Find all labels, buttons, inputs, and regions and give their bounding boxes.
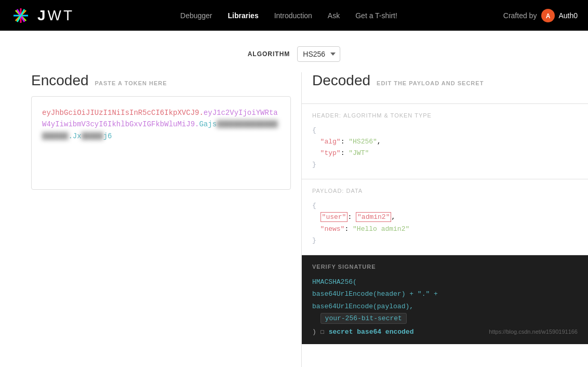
- jwt-logo-icon: [10, 5, 31, 26]
- header-code[interactable]: { "alg": "HS256", "typ": "JWT" }: [312, 125, 578, 171]
- token-sig-end-blurred: █████: [82, 132, 103, 140]
- payload-label: PAYLOAD: DATA: [312, 188, 578, 194]
- alg-key: "alg": [320, 138, 341, 146]
- crafted-by-label: Crafted by: [503, 11, 537, 20]
- header-label: HEADER: ALGORITHM & TOKEN TYPE: [312, 112, 578, 119]
- algorithm-select[interactable]: HS256 HS384 HS512 RS256 RS384 RS512: [297, 46, 340, 62]
- user-key-highlighted: "user": [320, 212, 348, 222]
- algorithm-label: ALGORITHM: [248, 50, 290, 58]
- news-value: "Hello admin2": [353, 225, 409, 233]
- main-content: Encoded PASTE A TOKEN HERE eyJhbGciOiJIU…: [0, 72, 588, 367]
- close-brace-1: }: [312, 161, 316, 168]
- nav-introduction[interactable]: Introduction: [274, 11, 312, 20]
- verify-line2: base64UrlEncode(header) + "." +: [312, 290, 438, 298]
- token-sig-start: Gajs: [199, 120, 217, 128]
- typ-value: "JWT": [349, 149, 369, 157]
- payload-section: PAYLOAD: DATA { "user": "admin2", "news"…: [302, 179, 588, 254]
- decoded-header: Decoded EDIT THE PAYLOAD AND SECRET: [302, 72, 588, 96]
- token-header: eyJhbGciOiJIUzI1NiIsInR5cCI6IkpXVCJ9: [42, 109, 199, 117]
- svg-text:A: A: [546, 12, 551, 20]
- verify-label: VERIFY SIGNATURE: [312, 264, 578, 270]
- close-brace-2: }: [312, 237, 316, 244]
- nav-ask[interactable]: Ask: [328, 11, 340, 20]
- watermark: https://blog.csdn.net/w1590191166: [489, 329, 578, 335]
- nav-libraries[interactable]: Libraries: [228, 11, 259, 20]
- open-brace-2: {: [312, 202, 316, 209]
- verify-code: HMACSHA256( base64UrlEncode(header) + ".…: [312, 276, 578, 325]
- decoded-subtitle: EDIT THE PAYLOAD AND SECRET: [377, 80, 484, 86]
- navbar: JWT Debugger Libraries Introduction Ask …: [0, 0, 588, 31]
- header-section: HEADER: ALGORITHM & TOKEN TYPE { "alg": …: [302, 103, 588, 179]
- verify-footer: ) ☐ secret base64 encoded https://blog.c…: [312, 327, 578, 336]
- verify-secret-input[interactable]: your-256-bit-secret: [320, 313, 407, 324]
- encoded-header: Encoded PASTE A TOKEN HERE: [31, 72, 291, 89]
- secret-encoded-label: secret base64 encoded: [329, 328, 414, 336]
- nav-tshirt[interactable]: Get a T-shirt!: [355, 11, 397, 20]
- encoded-subtitle: PASTE A TOKEN HERE: [95, 80, 167, 86]
- token-dot1: .: [199, 109, 203, 117]
- decoded-title: Decoded: [312, 72, 370, 89]
- news-key: "news": [320, 225, 345, 233]
- auth0-icon: A: [541, 8, 555, 23]
- navbar-center: Debugger Libraries Introduction Ask Get …: [180, 11, 397, 20]
- token-sig-mid: .Jx: [68, 132, 81, 140]
- algorithm-row: ALGORITHM HS256 HS384 HS512 RS256 RS384 …: [0, 31, 588, 72]
- navbar-left: JWT: [10, 5, 74, 26]
- navbar-right: Crafted by A Auth0: [503, 8, 578, 23]
- typ-key: "typ": [320, 149, 341, 157]
- open-brace-1: {: [312, 126, 316, 134]
- checkbox-icon: ☐: [320, 327, 325, 336]
- logo-text: JWT: [37, 7, 74, 24]
- encoded-box[interactable]: eyJhbGciOiJIUzI1NiIsInR5cCI6IkpXVCJ9.eyJ…: [31, 96, 291, 190]
- verify-close-paren: ): [312, 328, 316, 336]
- encoded-panel: Encoded PASTE A TOKEN HERE eyJhbGciOiJIU…: [0, 72, 301, 367]
- user-value-highlighted: "admin2": [356, 212, 391, 222]
- alg-value: "HS256": [349, 138, 377, 146]
- auth0-label: Auth0: [558, 11, 578, 20]
- payload-code[interactable]: { "user": "admin2", "news": "Hello admin…: [312, 200, 578, 246]
- verify-section: VERIFY SIGNATURE HMACSHA256( base64UrlEn…: [302, 255, 588, 345]
- hmac-func: HMACSHA256(: [312, 278, 357, 286]
- auth0-logo: A Auth0: [541, 8, 578, 23]
- token-sig-end: j6: [103, 132, 112, 140]
- decoded-panel: Decoded EDIT THE PAYLOAD AND SECRET HEAD…: [301, 72, 588, 367]
- verify-line3: base64UrlEncode(payload),: [312, 303, 413, 310]
- nav-debugger[interactable]: Debugger: [180, 11, 212, 20]
- encoded-title: Encoded: [31, 72, 89, 89]
